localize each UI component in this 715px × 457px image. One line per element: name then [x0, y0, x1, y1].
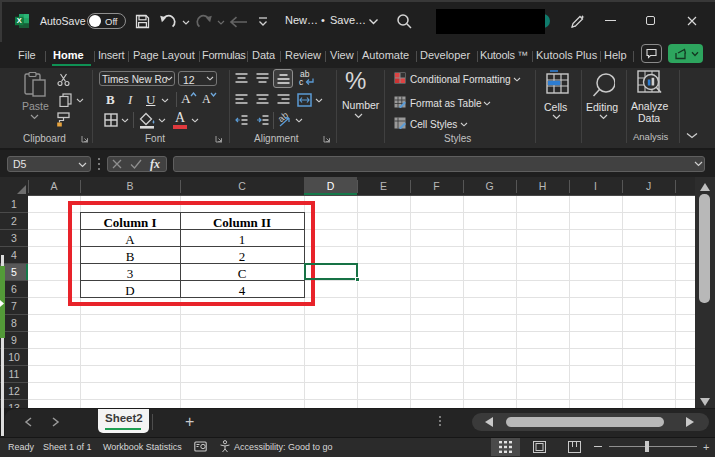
svg-text:X: X	[17, 16, 22, 25]
